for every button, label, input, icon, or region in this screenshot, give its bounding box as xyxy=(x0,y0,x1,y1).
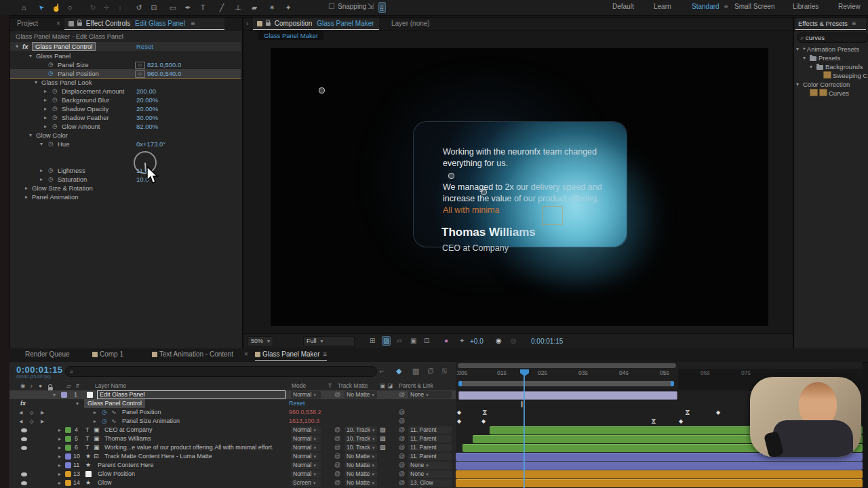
graph-editor-icon[interactable]: ⍂ xyxy=(442,367,447,375)
comp-timecode[interactable]: 0:00:01:15 xyxy=(531,338,563,345)
reset-link[interactable]: Reset xyxy=(289,399,305,408)
pickwhip-icon[interactable]: @ xyxy=(334,470,340,479)
mode-dropdown[interactable]: Normal xyxy=(291,462,321,469)
stopwatch-icon[interactable]: ◷ xyxy=(102,408,107,417)
ec-prop-panel-position[interactable]: ◷ Panel Position ◇ 960.0,540.0 xyxy=(10,69,241,79)
work-area-bar[interactable] xyxy=(458,381,674,386)
ec-prop-hue[interactable]: ▾ ◷ Hue 0x+173.0° xyxy=(10,140,241,148)
chevron-right-icon[interactable]: ▸ xyxy=(44,96,47,104)
roi-icon[interactable]: ⊞ xyxy=(370,337,375,344)
parent-dropdown[interactable]: None xyxy=(408,391,452,399)
matte-dropdown[interactable]: No Matte xyxy=(344,470,377,478)
layer-bar-14[interactable] xyxy=(456,479,863,487)
expression-value[interactable]: 1613,100.3 xyxy=(289,417,319,426)
zoom-tool-icon[interactable]: ○ xyxy=(64,2,76,13)
matte-dropdown[interactable]: 10. Track xyxy=(344,426,377,434)
parent-dropdown[interactable]: 11. Parent Co xyxy=(408,453,452,460)
chevron-down-icon[interactable]: ▾ xyxy=(29,131,32,140)
prop-value[interactable]: 200.00 xyxy=(136,87,156,96)
mini-flowchart-icon[interactable]: ⌐ xyxy=(380,367,384,375)
layer-name[interactable]: Track Matte Content Here - Luma Matte xyxy=(104,452,212,461)
effect-header-row[interactable]: ▾ fx Glass Panel Control Reset xyxy=(10,42,241,51)
tree-item-backgrounds[interactable]: ▾Backgrounds xyxy=(794,62,868,71)
layer-bar-11[interactable] xyxy=(456,462,863,470)
chevron-right-icon[interactable]: ▸ xyxy=(44,122,47,131)
eye-icon[interactable] xyxy=(21,472,27,476)
point-control-icon[interactable]: ◇ xyxy=(135,62,145,69)
mode-dropdown[interactable]: Screen xyxy=(291,479,321,487)
chevron-down-icon[interactable]: ▾ xyxy=(40,140,43,148)
pen-tool-icon[interactable]: ✒ xyxy=(182,2,194,13)
chevron-right-icon[interactable]: ▸ xyxy=(25,192,28,201)
work-area-start-handle[interactable] xyxy=(458,381,462,386)
roto-brush-tool-icon[interactable]: ✶ xyxy=(266,2,278,13)
pickwhip-icon[interactable]: @ xyxy=(334,461,340,470)
effect-group-row[interactable]: fx ▾ Glass Panel Control Reset xyxy=(9,399,456,408)
ec-prop-glow-amount[interactable]: ▸ ◷ Glow Amount 82.00% xyxy=(10,122,241,131)
pickwhip-icon[interactable]: @ xyxy=(334,434,340,443)
workspace-default[interactable]: Default xyxy=(612,3,634,10)
prop-value[interactable]: 20.00% xyxy=(136,104,158,113)
mode-dropdown[interactable]: Normal xyxy=(291,444,321,451)
panel-menu-icon[interactable]: ≡ xyxy=(852,20,856,27)
ec-prop-panel-size[interactable]: ◷ Panel Size ◇ 821.0,500.0 xyxy=(10,60,241,69)
brush-tool-icon[interactable]: ╱ xyxy=(216,2,228,13)
pickwhip-icon[interactable]: @ xyxy=(399,408,405,417)
layer-name[interactable]: CEO at Company xyxy=(104,426,153,434)
work-area-end-handle[interactable] xyxy=(671,381,674,386)
layer-bar-13[interactable] xyxy=(456,470,863,479)
matte-dropdown[interactable]: 10. Track xyxy=(344,435,377,443)
ec-prop-background-blur[interactable]: ▸ ◷ Background Blur 20.00% xyxy=(10,96,241,104)
tab-effect-controls[interactable]: Effect Controls Edit Glass Panel ≡ xyxy=(64,18,224,30)
tab-effects-presets[interactable]: Effects & Presets ≡ xyxy=(795,18,866,30)
pickwhip-icon[interactable]: @ xyxy=(399,470,405,479)
chevron-down-icon[interactable]: ▾ xyxy=(76,399,79,408)
guides-icon[interactable]: ▣ xyxy=(410,337,416,344)
chevron-right-icon[interactable]: ▸ xyxy=(58,470,61,479)
chevron-right-icon[interactable]: ▸ xyxy=(94,408,96,417)
t-column-header[interactable]: T xyxy=(328,382,332,390)
layer-row-14[interactable]: ▸ 14 ★ Glow Screen @ No Matte @ 13. Glow… xyxy=(9,479,456,487)
tree-item-sweeping[interactable]: Sweeping C xyxy=(794,71,868,80)
motion-blur-icon[interactable]: ∅ xyxy=(427,367,434,375)
resolution-dropdown[interactable]: Full xyxy=(303,336,355,346)
mode-dropdown[interactable]: Normal xyxy=(291,391,321,399)
parent-dropdown[interactable]: 11. Parent Co xyxy=(408,426,452,434)
add-keyframe-icon[interactable]: ◇ xyxy=(30,417,33,426)
eraser-tool-icon[interactable]: ▰ xyxy=(248,2,260,13)
label-color-swatch[interactable] xyxy=(65,453,71,460)
matte-dropdown[interactable]: 10. Track xyxy=(344,444,377,451)
stopwatch-icon[interactable]: ◷ xyxy=(52,113,58,122)
keyframe-diamond[interactable]: ◆ xyxy=(481,417,486,426)
parent-dropdown[interactable]: 11. Parent Co xyxy=(408,435,452,443)
chevron-right-icon[interactable]: ▸ xyxy=(58,426,61,434)
anchor-point[interactable] xyxy=(448,173,454,179)
workspace-review[interactable]: Review xyxy=(838,3,861,10)
layer-row-5[interactable]: ▸ 5 T ▣ Thomas Williams Normal @ 10. Tra… xyxy=(9,434,456,443)
ec-group-glow-color[interactable]: ▾ Glow Color xyxy=(10,131,241,140)
chevron-right-icon[interactable]: ▸ xyxy=(94,417,96,426)
label-color-swatch[interactable] xyxy=(65,436,71,442)
prop-value[interactable]: 82.00% xyxy=(136,122,158,131)
tab-render-queue[interactable]: Render Queue xyxy=(25,350,70,358)
mode-dropdown[interactable]: Normal xyxy=(291,453,321,460)
tree-item-color-correction[interactable]: ▾Color Correction xyxy=(794,80,868,89)
pickwhip-icon[interactable]: @ xyxy=(399,479,405,487)
tab-text-animation[interactable]: Text Animation - Content xyxy=(152,350,233,358)
pickwhip-icon[interactable]: @ xyxy=(399,434,405,443)
eye-icon[interactable] xyxy=(21,428,27,432)
snapshot-camera-icon[interactable]: ◉ xyxy=(496,337,502,344)
pickwhip-icon[interactable]: @ xyxy=(399,443,405,452)
playhead-line[interactable] xyxy=(524,369,525,488)
chevron-down-icon[interactable]: ▾ xyxy=(35,78,37,87)
layer-bar-1[interactable] xyxy=(458,391,677,400)
chevron-right-icon[interactable]: ▸ xyxy=(58,479,61,487)
ec-group-glass-panel-look[interactable]: ▾ Glass Panel Look xyxy=(10,78,241,87)
timeline-timecode[interactable]: 0:00:01:15 xyxy=(16,365,63,375)
chevron-down-icon[interactable]: ▾ xyxy=(53,390,56,399)
puppet-tool-icon[interactable]: ✦ xyxy=(282,2,294,13)
layer-row-1[interactable]: ▾ 1 Edit Glass Panel Normal @ No Matte @… xyxy=(9,390,456,399)
lock-icon[interactable] xyxy=(266,22,271,26)
ec-prop-shadow-opacity[interactable]: ▸ ◷ Shadow Opacity 20.00% xyxy=(10,104,241,113)
home-icon[interactable]: ⌂ xyxy=(18,2,30,13)
